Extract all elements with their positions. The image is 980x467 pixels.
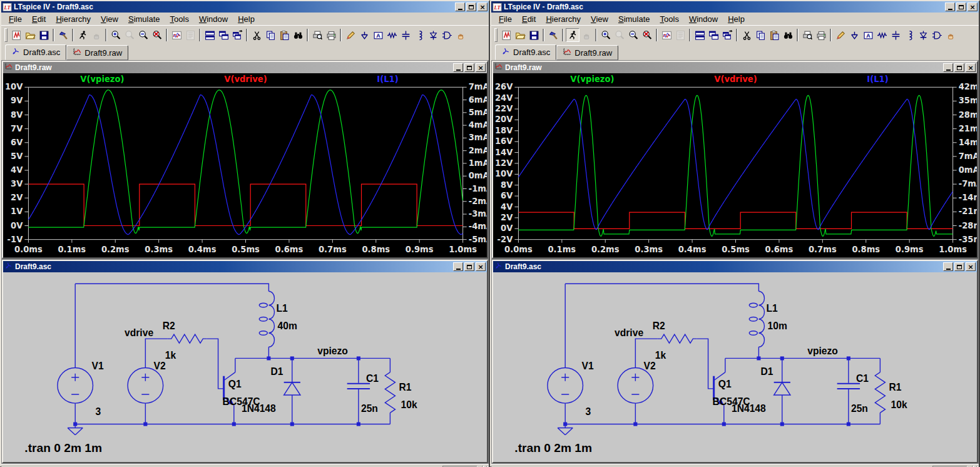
netlist-button[interactable]	[673, 28, 687, 42]
trace-label[interactable]: I(L1)	[867, 74, 888, 84]
minimize-button[interactable]	[943, 262, 953, 271]
zoom-out-button[interactable]	[626, 28, 640, 42]
net-label-vdrive[interactable]: vdrive	[615, 327, 643, 338]
minimize-button[interactable]	[945, 3, 955, 11]
capacitor-button[interactable]	[399, 28, 412, 42]
inductor-button[interactable]	[902, 28, 916, 42]
menu-view[interactable]: View	[586, 14, 613, 24]
menu-tools[interactable]: Tools	[655, 14, 684, 24]
component-button[interactable]	[440, 28, 454, 42]
diode-button[interactable]	[426, 28, 440, 42]
menu-tools[interactable]: Tools	[165, 14, 194, 24]
menu-file[interactable]: File	[494, 14, 517, 24]
cut-button[interactable]	[740, 28, 753, 42]
titlebar[interactable]: LT LTspice IV - Draft9.asc ×	[491, 1, 979, 13]
waveform-window-titlebar[interactable]: Draft9.raw ×	[3, 62, 487, 73]
resistor-button[interactable]	[875, 28, 889, 42]
copy-button[interactable]	[263, 28, 277, 42]
value-R1[interactable]: 10k	[401, 399, 417, 410]
trace-label[interactable]: V(vdrive)	[714, 74, 757, 84]
value-R2[interactable]: 1k	[655, 350, 666, 361]
net-label-button[interactable]: A	[861, 28, 875, 42]
close-button[interactable]: ×	[967, 3, 977, 11]
menu-simulate[interactable]: Simulate	[123, 14, 165, 24]
maximize-button[interactable]	[466, 3, 476, 11]
tile-vertical-button[interactable]	[217, 28, 230, 42]
value-R2[interactable]: 1k	[165, 350, 176, 361]
zoom-back-button[interactable]	[123, 28, 136, 42]
menu-hierarchy[interactable]: Hierarchy	[541, 14, 586, 24]
zoom-in-button[interactable]	[109, 28, 123, 42]
menu-hierarchy[interactable]: Hierarchy	[51, 14, 96, 24]
menu-help[interactable]: Help	[723, 14, 750, 24]
print-button[interactable]	[814, 28, 828, 42]
tile-horizontal-button[interactable]	[693, 28, 707, 42]
label-D1[interactable]: D1	[760, 366, 773, 377]
pause-button[interactable]	[89, 28, 103, 42]
move-button[interactable]	[944, 28, 957, 42]
cascade-button[interactable]	[230, 28, 244, 42]
close-button[interactable]: ×	[476, 63, 486, 72]
waveform-plot[interactable]: V(vpiezo)V(vdrive)I(L1)26V24V22V20V18V16…	[493, 73, 977, 257]
net-label-button[interactable]: A	[371, 28, 385, 42]
schematic-canvas[interactable]: V13V2vdriveR21kQ1BC547CD11N4148L110mvpie…	[493, 272, 977, 462]
maximize-button[interactable]	[954, 63, 964, 72]
menu-window[interactable]: Window	[684, 14, 723, 24]
maximize-button[interactable]	[954, 262, 964, 271]
menu-view[interactable]: View	[96, 14, 123, 24]
toolbar-grip[interactable]	[494, 28, 498, 42]
print-preview-button[interactable]	[800, 28, 814, 42]
zoom-extents-button[interactable]	[150, 28, 164, 42]
toolbar-grip[interactable]	[4, 28, 8, 42]
close-button[interactable]: ×	[966, 262, 976, 271]
tab-draft9.asc[interactable]: Draft9.asc	[495, 44, 556, 60]
net-label-vpiezo[interactable]: vpiezo	[317, 346, 348, 356]
value-V1[interactable]: 3	[96, 406, 101, 417]
move-button[interactable]	[454, 28, 467, 42]
cascade-button[interactable]	[720, 28, 734, 42]
zoom-extents-button[interactable]	[640, 28, 654, 42]
net-label-vdrive[interactable]: vdrive	[125, 327, 153, 338]
zoom-back-button[interactable]	[613, 28, 626, 42]
pause-button[interactable]	[579, 28, 593, 42]
inductor-button[interactable]	[412, 28, 426, 42]
label-C1[interactable]: C1	[366, 373, 379, 384]
minimize-button[interactable]	[455, 3, 465, 11]
tab-draft9.raw[interactable]: Draft9.raw	[66, 45, 128, 60]
close-button[interactable]: ×	[477, 3, 487, 11]
zoom-in-button[interactable]	[599, 28, 613, 42]
close-button[interactable]: ×	[476, 262, 486, 271]
tile-vertical-button[interactable]	[707, 28, 720, 42]
waveform-plot[interactable]: V(vpiezo)V(vdrive)I(L1)10V9V8V7V6V5V4V3V…	[3, 73, 487, 257]
label-V1[interactable]: V1	[91, 361, 103, 371]
save-button[interactable]	[527, 28, 541, 42]
menu-edit[interactable]: Edit	[517, 14, 541, 24]
open-button[interactable]	[513, 28, 527, 42]
label-Q1[interactable]: Q1	[718, 379, 732, 389]
find-button[interactable]	[781, 28, 795, 42]
trace-label[interactable]: I(L1)	[377, 74, 398, 84]
value-C1[interactable]: 25n	[361, 403, 378, 414]
draw-wire-button[interactable]	[834, 28, 847, 42]
label-V2[interactable]: V2	[153, 361, 165, 371]
save-button[interactable]	[37, 28, 51, 42]
control-panel-button[interactable]	[546, 28, 560, 42]
label-Q1[interactable]: Q1	[228, 379, 242, 389]
trace-label[interactable]: V(vdrive)	[224, 74, 267, 84]
diode-button[interactable]	[916, 28, 930, 42]
print-preview-button[interactable]	[310, 28, 324, 42]
label-V1[interactable]: V1	[581, 361, 593, 371]
label-L1[interactable]: L1	[277, 303, 288, 314]
resistor-button[interactable]	[385, 28, 399, 42]
label-R2[interactable]: R2	[653, 321, 665, 331]
spice-directive[interactable]: .tran 0 2m 1m	[24, 441, 102, 454]
ground-button[interactable]	[847, 28, 861, 42]
waveform-pane-button[interactable]	[170, 28, 183, 42]
minimize-button[interactable]	[943, 63, 953, 72]
label-C1[interactable]: C1	[856, 373, 869, 384]
component-button[interactable]	[930, 28, 944, 42]
new-schematic-button[interactable]	[9, 28, 23, 42]
value-D1[interactable]: 1N4148	[732, 403, 766, 414]
label-R1[interactable]: R1	[399, 382, 412, 393]
schematic-window-titlebar[interactable]: Draft9.asc ×	[3, 261, 487, 272]
